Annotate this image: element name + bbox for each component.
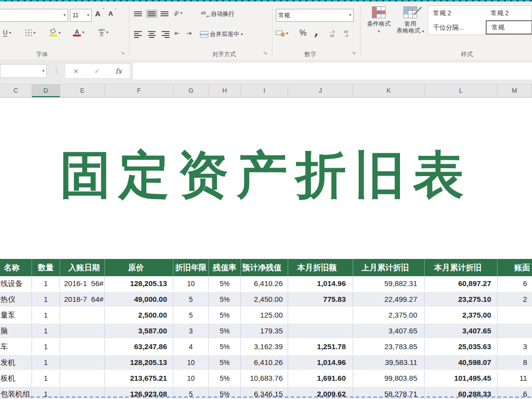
- sheet-title-cell[interactable]: 固定资产折旧表: [0, 141, 532, 210]
- table-cell[interactable]: 1: [32, 292, 60, 307]
- table-cell[interactable]: 5%: [209, 324, 241, 338]
- formula-input[interactable]: [133, 63, 532, 79]
- increase-decimal-button[interactable]: ←0 .00: [329, 30, 334, 38]
- format-as-table-button[interactable]: 套用 表格格式 ▾: [396, 5, 425, 43]
- table-header-cell[interactable]: 原价: [105, 259, 173, 276]
- chevron-down-icon[interactable]: ▾: [9, 31, 11, 35]
- align-top-button[interactable]: [134, 11, 142, 16]
- table-header-cell[interactable]: 数量: [32, 259, 60, 276]
- decrease-decimal-button[interactable]: .00 →0: [343, 30, 348, 38]
- table-cell[interactable]: 23,275.10: [425, 292, 498, 307]
- table-cell[interactable]: 8: [498, 355, 532, 370]
- table-cell[interactable]: 63,247.86: [105, 339, 173, 354]
- chevron-down-icon[interactable]: ▾: [64, 13, 66, 17]
- text-orientation-button[interactable]: ab ▾: [173, 10, 182, 16]
- table-cell[interactable]: 1: [32, 276, 60, 291]
- font-name-combo[interactable]: ▾: [0, 9, 68, 22]
- table-cell[interactable]: [60, 339, 105, 354]
- column-header-cell[interactable]: F: [105, 84, 173, 97]
- table-cell[interactable]: 板机: [0, 371, 32, 386]
- chevron-down-icon[interactable]: ▾: [422, 29, 424, 34]
- table-cell[interactable]: 1,251.78: [288, 339, 353, 354]
- table-cell[interactable]: 量泵: [0, 308, 32, 323]
- table-cell[interactable]: 99,803.85: [353, 371, 425, 386]
- increase-indent-button[interactable]: ⇥: [186, 30, 192, 37]
- table-cell[interactable]: 1: [32, 324, 60, 338]
- align-center-button[interactable]: [148, 31, 156, 38]
- table-cell[interactable]: 1: [32, 371, 60, 386]
- number-format-combo[interactable]: 常规 ▾: [276, 9, 354, 22]
- chevron-down-icon[interactable]: ▾: [59, 31, 61, 35]
- align-right-button[interactable]: [162, 31, 169, 38]
- table-cell[interactable]: 5%: [209, 371, 241, 386]
- table-cell[interactable]: 1,691.60: [288, 371, 353, 386]
- column-header-cell[interactable]: E: [60, 84, 105, 97]
- table-cell[interactable]: 11: [498, 371, 532, 386]
- table-cell[interactable]: 3,587.00: [105, 324, 173, 338]
- table-cell[interactable]: 3: [173, 324, 209, 338]
- fill-color-button[interactable]: ▾: [49, 29, 61, 36]
- table-cell[interactable]: 59,882.31: [353, 276, 425, 291]
- table-cell[interactable]: 5%: [209, 308, 241, 323]
- column-header-cell[interactable]: J: [288, 84, 353, 97]
- table-cell[interactable]: 5%: [209, 355, 241, 370]
- align-bottom-button[interactable]: [161, 11, 168, 16]
- number-dialog-launcher[interactable]: ↘: [351, 50, 357, 56]
- chevron-down-icon[interactable]: ▾: [180, 11, 182, 15]
- table-cell[interactable]: 2018-7 64#: [60, 292, 105, 307]
- comma-style-button[interactable]: ,: [314, 24, 318, 38]
- table-cell[interactable]: 脑: [0, 324, 32, 338]
- table-header-cell[interactable]: 本月累计折旧: [425, 259, 498, 276]
- table-cell[interactable]: 10: [173, 276, 209, 291]
- table-cell[interactable]: 49,000.00: [105, 292, 173, 307]
- table-cell[interactable]: 1,014.96: [288, 355, 353, 370]
- table-cell[interactable]: 3: [498, 339, 532, 354]
- table-cell[interactable]: 10: [173, 355, 209, 370]
- table-cell[interactable]: 128,205.13: [105, 276, 173, 291]
- table-cell[interactable]: 2: [498, 292, 532, 307]
- underline-button[interactable]: U ▾: [3, 29, 11, 36]
- table-cell[interactable]: 22,499.27: [353, 292, 425, 307]
- merge-center-button[interactable]: 合并后居中 ▾: [200, 30, 243, 38]
- table-cell[interactable]: 线设备: [0, 276, 32, 291]
- table-header-cell[interactable]: 预计净残值: [241, 259, 288, 276]
- table-cell[interactable]: 6,410.26: [241, 276, 288, 291]
- name-box[interactable]: ▾: [0, 64, 47, 78]
- table-header-cell[interactable]: 本月折旧额: [288, 259, 353, 276]
- formula-bar-drag-handle[interactable]: ⋮: [53, 67, 60, 74]
- table-cell[interactable]: [60, 355, 105, 370]
- font-color-button[interactable]: A ▾: [73, 29, 84, 36]
- table-cell[interactable]: 6,410.26: [241, 355, 288, 370]
- table-header-cell[interactable]: 账面: [498, 259, 532, 276]
- chevron-down-icon[interactable]: ▾: [241, 33, 243, 36]
- table-cell[interactable]: 23,783.85: [353, 339, 425, 354]
- align-left-button[interactable]: [134, 31, 142, 38]
- chevron-down-icon[interactable]: ▾: [33, 31, 35, 35]
- decrease-font-size-button[interactable]: Aˇ: [108, 10, 113, 17]
- table-cell[interactable]: [60, 324, 105, 338]
- table-header-cell[interactable]: 入账日期: [60, 259, 105, 276]
- table-cell[interactable]: 1: [32, 308, 60, 323]
- cell-style-item[interactable]: 常规 2: [428, 6, 486, 20]
- table-cell[interactable]: 3,407.65: [353, 324, 425, 338]
- percent-style-button[interactable]: %: [299, 29, 306, 37]
- cell-style-item[interactable]: 千位分隔...: [428, 20, 486, 35]
- phonetic-guide-button[interactable]: wén文 ▾: [99, 28, 108, 36]
- table-cell[interactable]: 39,583.11: [353, 355, 425, 370]
- column-header-cell[interactable]: D: [32, 84, 60, 97]
- column-header-cell[interactable]: C: [0, 84, 32, 97]
- cell-style-item[interactable]: 常规 2: [486, 6, 532, 20]
- align-middle-button[interactable]: [146, 9, 158, 18]
- table-cell[interactable]: 179.35: [241, 324, 288, 338]
- table-cell[interactable]: 128,205.13: [105, 355, 173, 370]
- column-header-cell[interactable]: K: [353, 84, 425, 97]
- decrease-indent-button[interactable]: ⇤: [174, 30, 180, 37]
- chevron-down-icon[interactable]: ▾: [42, 69, 44, 73]
- table-cell[interactable]: 40,598.07: [425, 355, 498, 370]
- column-header-cell[interactable]: G: [173, 84, 209, 97]
- cell-style-item[interactable]: 常规: [486, 20, 532, 35]
- font-size-combo[interactable]: 11 ▾: [70, 9, 92, 22]
- table-cell[interactable]: 10,683.76: [241, 371, 288, 386]
- alignment-dialog-launcher[interactable]: ↘: [262, 50, 268, 56]
- conditional-formatting-button[interactable]: 条件格式 ▾: [365, 5, 393, 43]
